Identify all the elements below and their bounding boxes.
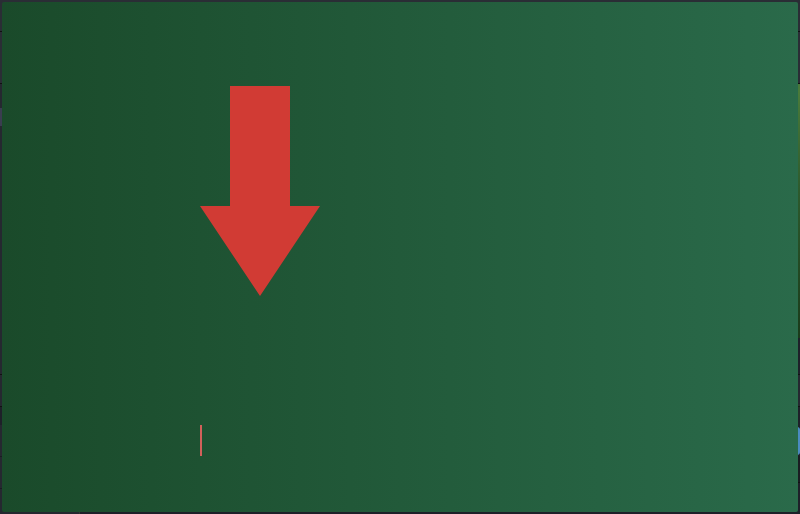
timeline: + ↩ ↪ 🗑 ✂ ⬜ ⏱ T ⏱ 🎨 ⚙ ↔ 🎵 🔒 🔍+ 🔍- 00:00:… [0,374,800,514]
audio-clip[interactable] [80,425,798,512]
playhead[interactable] [200,425,202,456]
timeline-tracks: 🎬 🔊 🔓 🎵 🔊 [0,425,800,514]
audio-track-row [80,457,800,483]
track-content: Beautiful World - Wild Animals Documenta… [80,425,800,514]
